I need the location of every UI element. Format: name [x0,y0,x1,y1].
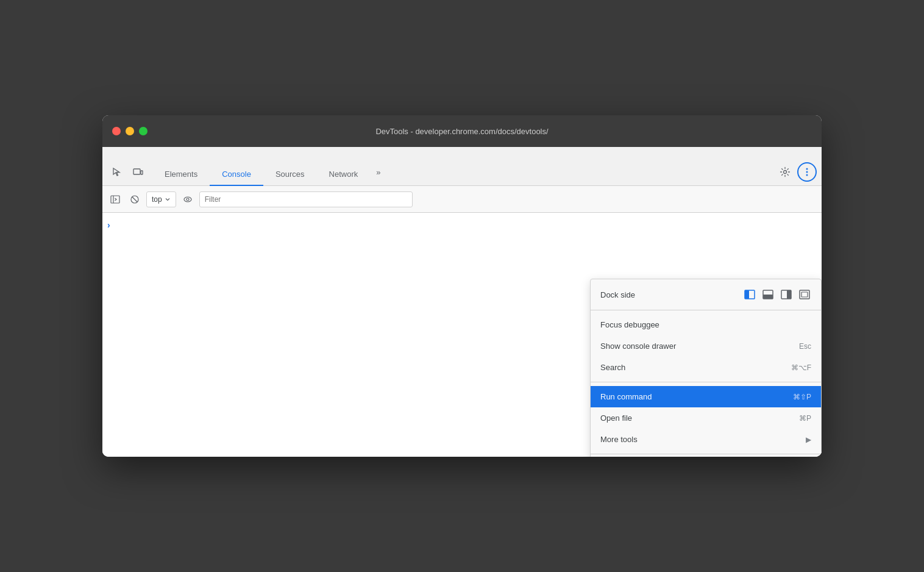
close-button[interactable] [112,127,121,135]
console-toolbar: top [102,186,822,213]
svg-point-10 [184,197,191,202]
device-toggle-button[interactable] [128,162,147,182]
menu-section-3: Shortcuts Help ▶ [591,454,821,457]
menu-section-1: Focus debuggee Show console drawer Esc S… [591,310,821,382]
menu-item-label: Open file [600,413,799,423]
prompt-arrow: › [107,220,110,230]
menu-item-label: Focus debuggee [600,320,811,329]
menu-item-label: Show console drawer [600,341,799,351]
menu-item-label: Run command [600,392,793,401]
svg-point-11 [187,198,189,201]
svg-point-4 [806,171,808,173]
eye-button[interactable] [180,191,196,207]
dropdown-menu: Dock side [590,279,822,457]
dock-left-button[interactable] [743,288,756,301]
tab-bar-right [775,162,817,185]
menu-item-shortcut: ⌘P [799,414,811,423]
devtools-window: DevTools - developer.chrome.com/docs/dev… [102,115,822,457]
more-options-button[interactable] [797,162,817,182]
tabs-container: Elements Console Sources Network » [152,163,387,185]
svg-rect-0 [133,169,140,174]
menu-item-label: More tools [600,435,806,444]
dock-side-label: Dock side [600,290,738,299]
svg-rect-19 [801,292,808,297]
tab-network[interactable]: Network [317,163,371,187]
tab-bar-left-icons [107,162,147,185]
undock-button[interactable] [798,288,811,301]
dock-bottom-button[interactable] [761,288,775,301]
minimize-button[interactable] [126,127,134,135]
menu-item-show-console-drawer[interactable]: Show console drawer Esc [591,335,821,357]
show-sidebar-button[interactable] [107,191,123,207]
tab-console[interactable]: Console [210,163,263,187]
filter-input[interactable] [199,191,413,207]
tabs-more-button[interactable]: » [370,163,386,182]
submenu-arrow-icon: ▶ [806,435,811,444]
svg-rect-13 [745,290,749,299]
traffic-lights [112,127,147,135]
main-content: › Dock side [102,213,822,457]
svg-point-2 [784,171,787,174]
menu-section-2: Run command ⌘⇧P Open file ⌘P More tools … [591,382,821,454]
context-label: top [152,195,162,204]
dock-side-section: Dock side [591,279,821,310]
tab-elements[interactable]: Elements [152,163,210,187]
dock-icons [743,288,811,301]
menu-item-shortcut: ⌘⇧P [793,393,811,401]
dock-right-button[interactable] [780,288,793,301]
svg-rect-17 [787,290,791,299]
maximize-button[interactable] [139,127,147,135]
console-prompt: › [107,218,817,232]
svg-point-3 [806,168,808,170]
settings-button[interactable] [775,162,795,182]
menu-item-search[interactable]: Search ⌘⌥F [591,357,821,378]
menu-item-run-command[interactable]: Run command ⌘⇧P [591,386,821,407]
titlebar: DevTools - developer.chrome.com/docs/dev… [102,115,822,147]
tab-sources[interactable]: Sources [263,163,317,187]
menu-item-focus-debuggee[interactable]: Focus debuggee [591,314,821,335]
window-title: DevTools - developer.chrome.com/docs/dev… [375,127,548,136]
devtools-body: Elements Console Sources Network » [102,147,822,457]
menu-item-more-tools[interactable]: More tools ▶ [591,429,821,450]
menu-item-shortcut: ⌘⌥F [791,363,811,372]
tab-bar: Elements Console Sources Network » [102,147,822,186]
inspect-element-button[interactable] [107,162,127,182]
svg-rect-6 [111,196,119,203]
clear-console-button[interactable] [127,191,143,207]
svg-rect-15 [763,295,773,299]
dock-side-row: Dock side [591,283,821,306]
menu-item-open-file[interactable]: Open file ⌘P [591,407,821,429]
svg-point-5 [806,174,808,176]
context-selector[interactable]: top [146,191,176,207]
menu-item-label: Search [600,363,791,372]
svg-line-9 [132,197,137,202]
menu-item-shortcut: Esc [799,342,811,351]
svg-rect-1 [141,171,143,174]
